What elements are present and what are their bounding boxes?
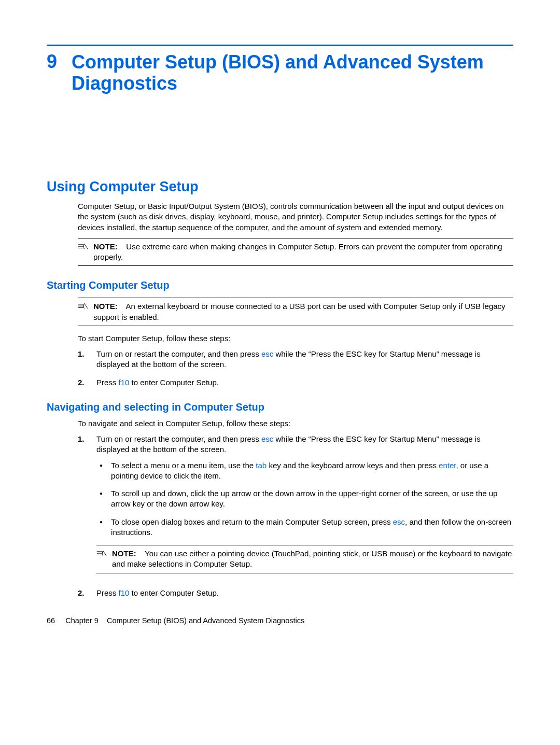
note-icon	[78, 242, 89, 254]
note-icon	[96, 549, 108, 560]
section-heading-starting: Starting Computer Setup	[47, 278, 513, 292]
section-heading-navigating: Navigating and selecting in Computer Set…	[47, 400, 513, 414]
footer-chapter-label: Chapter 9	[65, 616, 99, 625]
chapter-number: 9	[47, 51, 57, 72]
page-number: 66	[47, 616, 55, 626]
section-body-using: Computer Setup, or Basic Input/Output Sy…	[78, 201, 513, 266]
top-rule	[47, 45, 513, 46]
step-item: 2. Press f10 to enter Computer Setup.	[78, 377, 513, 388]
key-f10: f10	[119, 588, 130, 597]
lead-text: To start Computer Setup, follow these st…	[78, 333, 513, 344]
step-pre: Turn on or restart the computer, and the…	[96, 349, 261, 358]
bullet-pre: To close open dialog boxes and return to…	[111, 517, 393, 526]
step-item: 1. Turn on or restart the computer, and …	[78, 349, 513, 370]
step-post: to enter Computer Setup.	[129, 588, 219, 597]
section-body-navigating: To navigate and select in Computer Setup…	[78, 418, 513, 598]
key-tab: tab	[256, 461, 267, 470]
note-care: NOTE: Use extreme care when making chang…	[78, 238, 513, 266]
bullet-item: To close open dialog boxes and return to…	[96, 517, 513, 538]
section-heading-using: Using Computer Setup	[47, 177, 513, 196]
note-body: An external keyboard or mouse connected …	[93, 302, 506, 321]
step-item: 1. Turn on or restart the computer, and …	[78, 434, 513, 581]
step-number: 2.	[78, 588, 87, 598]
note-usb: NOTE: An external keyboard or mouse conn…	[78, 298, 513, 326]
bullet-pre: To select a menu or a menu item, use the	[111, 461, 256, 470]
steps-list-starting: 1. Turn on or restart the computer, and …	[78, 349, 513, 388]
key-esc: esc	[261, 349, 273, 358]
key-esc: esc	[261, 434, 273, 443]
note-text: NOTE: An external keyboard or mouse conn…	[93, 301, 513, 322]
note-label: NOTE:	[112, 549, 136, 558]
note-text: NOTE: Use extreme care when making chang…	[93, 242, 513, 263]
section-body-starting: NOTE: An external keyboard or mouse conn…	[78, 298, 513, 388]
step-item: 2. Press f10 to enter Computer Setup.	[78, 588, 513, 598]
bullet-text: To scroll up and down, click the up arro…	[111, 488, 513, 510]
step-post: to enter Computer Setup.	[129, 378, 219, 387]
note-body: You can use either a pointing device (To…	[112, 549, 512, 568]
note-text: NOTE: You can use either a pointing devi…	[112, 549, 513, 570]
note-label: NOTE:	[93, 302, 118, 311]
steps-list-navigating: 1. Turn on or restart the computer, and …	[78, 434, 513, 598]
note-icon	[78, 301, 89, 313]
step-pre: Press	[96, 588, 119, 597]
footer-chapter-title: Computer Setup (BIOS) and Advanced Syste…	[107, 616, 304, 625]
bullet-text: To close open dialog boxes and return to…	[111, 517, 513, 538]
step-number: 1.	[78, 349, 87, 370]
step-number: 2.	[78, 377, 87, 388]
lead-text: To navigate and select in Computer Setup…	[78, 418, 513, 429]
step-body: Turn on or restart the computer, and the…	[96, 434, 513, 581]
chapter-title: Computer Setup (BIOS) and Advanced Syste…	[72, 51, 513, 94]
bullet-item: To select a menu or a menu item, use the…	[96, 460, 513, 482]
page-footer: 66 Chapter 9 Computer Setup (BIOS) and A…	[47, 616, 513, 626]
intro-paragraph: Computer Setup, or Basic Input/Output Sy…	[78, 201, 513, 233]
sub-bullets: To select a menu or a menu item, use the…	[96, 460, 513, 538]
bullet-text: To select a menu or a menu item, use the…	[111, 460, 513, 482]
step-text: Turn on or restart the computer, and the…	[96, 349, 513, 370]
bullet-mid: key and the keyboard arrow keys and then…	[267, 461, 439, 470]
step-pre: Turn on or restart the computer, and the…	[96, 434, 261, 443]
step-text: Press f10 to enter Computer Setup.	[96, 588, 513, 598]
note-label: NOTE:	[93, 242, 118, 251]
step-text: Turn on or restart the computer, and the…	[96, 434, 513, 455]
key-enter: enter	[439, 461, 456, 470]
document-page: 9 Computer Setup (BIOS) and Advanced Sys…	[0, 0, 560, 647]
chapter-heading: 9 Computer Setup (BIOS) and Advanced Sys…	[47, 51, 513, 94]
step-number: 1.	[78, 434, 87, 581]
note-pointing-device: NOTE: You can use either a pointing devi…	[96, 545, 513, 573]
step-pre: Press	[96, 378, 119, 387]
key-f10: f10	[119, 378, 130, 387]
bullet-item: To scroll up and down, click the up arro…	[96, 488, 513, 510]
step-text: Press f10 to enter Computer Setup.	[96, 377, 513, 388]
key-esc: esc	[393, 517, 405, 526]
note-body: Use extreme care when making changes in …	[93, 242, 502, 261]
